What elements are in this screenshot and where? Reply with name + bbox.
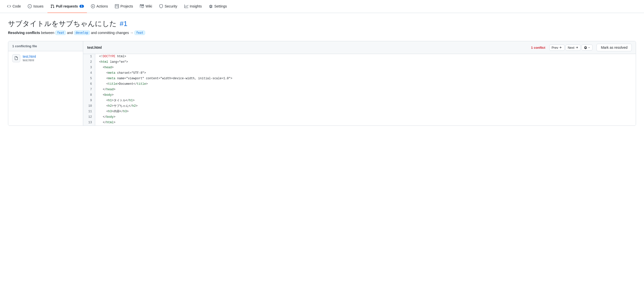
code-line: 3 <head>: [83, 65, 636, 71]
line-content: <meta name="viewport" content="width=dev…: [95, 76, 636, 82]
pr-icon: [50, 4, 54, 8]
code-line: 12 </body>: [83, 115, 636, 120]
next-label: Next: [568, 46, 574, 50]
code-line: 10 <h2>サブちゃん</h2>: [83, 104, 636, 109]
line-content: <h1>タイトル</h1>: [95, 98, 636, 104]
line-number: 8: [83, 93, 95, 98]
security-icon: [159, 4, 163, 8]
nav-label-insights: Insights: [190, 4, 202, 8]
branch-to-tag: develop: [74, 31, 90, 35]
line-content: </head>: [95, 87, 636, 93]
nav-item-wiki[interactable]: Wiki: [137, 0, 155, 13]
editor-header: test.html 1 conflict Prev Next: [83, 41, 636, 54]
nav-item-issues[interactable]: Issues: [25, 0, 46, 13]
actions-icon: [91, 4, 95, 8]
nav-label-code: Code: [12, 4, 21, 8]
nav-label-wiki: Wiki: [146, 4, 152, 8]
wiki-icon: [140, 4, 144, 8]
code-icon: [7, 4, 11, 8]
line-number: 3: [83, 65, 95, 71]
line-number: 12: [83, 115, 95, 120]
line-number: 4: [83, 71, 95, 76]
top-nav: Code Issues Pull requests 1 Actions Proj…: [0, 0, 644, 13]
conflict-area: 1 conflicting file test.html test.html t…: [8, 41, 636, 126]
and-label: and: [67, 31, 73, 35]
nav-item-pull-requests[interactable]: Pull requests 1: [48, 0, 87, 13]
nav-item-code[interactable]: Code: [4, 0, 24, 13]
conflict-count-badge: 1 conflict: [531, 46, 545, 50]
line-content: <html lang="en">: [95, 60, 636, 65]
code-line: 6 <title>Document</title>: [83, 82, 636, 87]
pr-title: サブタイトルをサブちゃんにした #1: [8, 19, 636, 29]
code-line: 1<!DOCTYPE html>: [83, 54, 636, 60]
insights-icon: [184, 4, 188, 8]
code-line: 9 <h1>タイトル</h1>: [83, 98, 636, 104]
code-line: 11 <h3>内容</h3>: [83, 109, 636, 115]
nav-label-projects: Projects: [120, 4, 133, 8]
line-number: 13: [83, 120, 95, 126]
conflict-editor: test.html 1 conflict Prev Next: [83, 41, 636, 126]
editor-filename: test.html: [87, 46, 527, 50]
code-editor[interactable]: 1<!DOCTYPE html>2<html lang="en">3 <head…: [83, 54, 636, 126]
prev-label: Prev: [552, 46, 558, 50]
nav-item-actions[interactable]: Actions: [88, 0, 111, 13]
page-content: サブタイトルをサブちゃんにした #1 Resolving conflicts b…: [0, 13, 644, 126]
line-number: 2: [83, 60, 95, 65]
nav-label-issues: Issues: [33, 4, 43, 8]
sidebar-header: 1 conflicting file: [8, 41, 83, 51]
resolving-conflicts-label: Resolving conflicts: [8, 31, 40, 35]
code-line: 7 </head>: [83, 87, 636, 93]
file-main-name: test.html: [23, 55, 36, 59]
file-sub-name: test.html: [23, 59, 36, 62]
code-line: 4 <meta charset="UTF-8">: [83, 71, 636, 76]
file-names: test.html test.html: [23, 55, 36, 62]
settings-button[interactable]: [582, 45, 592, 51]
line-content: <h2>サブちゃん</h2>: [95, 104, 636, 109]
file-icon: [12, 54, 20, 62]
nav-label-security: Security: [164, 4, 177, 8]
sidebar-header-text: 1 conflicting file: [12, 44, 37, 48]
line-number: 10: [83, 104, 95, 109]
branch-target-tag: feat: [134, 31, 145, 35]
line-content: <body>: [95, 93, 636, 98]
line-number: 7: [83, 87, 95, 93]
pr-subtitle: Resolving conflicts between feat and dev…: [8, 31, 636, 35]
branch-from-tag: feat: [55, 31, 66, 35]
mark-resolved-button[interactable]: Mark as resolved: [596, 44, 632, 51]
line-content: <title>Document</title>: [95, 82, 636, 87]
prev-button[interactable]: Prev: [549, 45, 564, 51]
projects-icon: [115, 4, 119, 8]
mark-resolved-label: Mark as resolved: [601, 46, 628, 50]
line-number: 5: [83, 76, 95, 82]
pr-badge: 1: [80, 5, 84, 8]
code-line: 5 <meta name="viewport" content="width=d…: [83, 76, 636, 82]
line-content: <!DOCTYPE html>: [95, 54, 636, 60]
prev-next-buttons: Prev Next: [549, 45, 592, 51]
between-label: between: [41, 31, 54, 35]
pr-title-text: サブタイトルをサブちゃんにした: [8, 19, 117, 29]
conflict-sidebar: 1 conflicting file test.html test.html: [8, 41, 83, 126]
issues-icon: [28, 4, 32, 8]
line-content: <head>: [95, 65, 636, 71]
line-number: 1: [83, 54, 95, 60]
code-line: 8 <body>: [83, 93, 636, 98]
line-content: <h3>内容</h3>: [95, 109, 636, 115]
line-number: 9: [83, 98, 95, 104]
settings-icon: [209, 4, 213, 8]
nav-item-security[interactable]: Security: [156, 0, 180, 13]
nav-label-actions: Actions: [96, 4, 108, 8]
code-line: 13 </html>: [83, 120, 636, 126]
and-committing-label: and committing changes: [91, 31, 129, 35]
line-content: </body>: [95, 115, 636, 120]
sidebar-file-item[interactable]: test.html test.html: [8, 51, 83, 65]
nav-item-projects[interactable]: Projects: [112, 0, 136, 13]
arrow-icon: →: [130, 31, 134, 35]
nav-label-settings: Settings: [214, 4, 227, 8]
nav-item-settings[interactable]: Settings: [206, 0, 230, 13]
nav-label-pull-requests: Pull requests: [56, 4, 78, 8]
nav-item-insights[interactable]: Insights: [181, 0, 205, 13]
next-button[interactable]: Next: [566, 45, 581, 51]
pr-number: #1: [120, 20, 128, 28]
line-content: </html>: [95, 120, 636, 126]
line-content: <meta charset="UTF-8">: [95, 71, 636, 76]
